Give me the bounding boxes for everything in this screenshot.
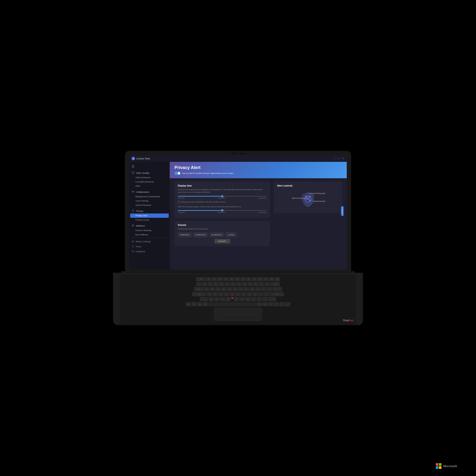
slider2-thumb[interactable] [221,209,223,212]
sidebar-item-lowlight-enhancer[interactable]: Low-light Enhancer [129,180,170,184]
key-f1[interactable]: F1 [206,277,211,281]
key-6[interactable]: 6 [230,282,236,286]
key-arrow-down[interactable]: ↓ [279,302,285,306]
key-alt-l[interactable]: Alt [203,302,208,306]
key-semicolon[interactable]: ; [258,292,263,296]
display-checkbox[interactable] [178,201,180,203]
snooze-5min[interactable]: 5 MINUTES [178,233,192,237]
key-t[interactable]: T [227,287,232,291]
minimize-button[interactable]: — [333,157,336,160]
key-f6[interactable]: F6 [235,277,240,281]
snooze-30min[interactable]: 30 MINUTES [209,233,224,237]
sidebar-item-auto-framing[interactable]: Auto Framing [129,199,170,203]
key-s[interactable]: S [213,292,218,296]
key-f12[interactable]: F12 [269,277,274,281]
key-f9[interactable]: F9 [252,277,257,281]
key-alt-r[interactable]: Alt [256,302,262,306]
key-fn[interactable]: Fn [191,302,197,306]
key-f8[interactable]: F8 [246,277,251,281]
key-lbracket[interactable]: [ [261,287,266,291]
key-backspace[interactable]: ⌫ [270,282,280,286]
key-4[interactable]: 4 [219,282,224,286]
key-8[interactable]: 8 [242,282,247,286]
snooze-action-button[interactable]: SNOOZE [214,239,230,243]
key-space[interactable] [208,302,256,306]
key-f[interactable]: F [224,292,229,296]
key-j[interactable]: J [241,292,246,296]
key-minus[interactable]: - [259,282,264,286]
key-a[interactable]: A [207,292,212,296]
key-arrow-right[interactable]: → [285,302,290,306]
key-v[interactable]: V [226,297,231,301]
key-caps[interactable]: Caps [192,292,206,296]
page-toggle[interactable] [174,171,181,175]
key-f3[interactable]: F3 [218,277,223,281]
touchpad[interactable] [214,308,262,321]
key-ctrl-l[interactable]: Ctrl [186,302,191,306]
key-o[interactable]: O [250,287,255,291]
key-shift-r[interactable]: ⇧ [268,297,276,301]
key-rbracket[interactable]: ] [267,287,272,291]
key-m[interactable]: M [245,297,250,301]
key-1[interactable]: 1 [202,282,207,286]
key-d[interactable]: D [218,292,223,296]
slider1-thumb[interactable] [221,195,223,198]
snooze-15min[interactable]: 15 MINUTES [193,233,208,237]
hamburger-icon[interactable]: ☰ [129,164,170,170]
trackpoint[interactable] [231,297,233,299]
sidebar-section-header-collaboration[interactable]: Collaboration [129,189,170,194]
key-k[interactable]: K [247,292,252,296]
key-f2[interactable]: F2 [212,277,217,281]
sidebar-item-battery[interactable]: Battery Settings [129,239,170,244]
key-r[interactable]: R [221,287,226,291]
key-b[interactable]: B [234,297,239,301]
key-tab[interactable]: Tab [194,287,204,291]
sidebar-section-header-wellness[interactable]: Wellness [129,223,170,228]
key-7[interactable]: 7 [236,282,241,286]
key-backslash[interactable]: \ [272,287,282,291]
sidebar-item-privacy-guard[interactable]: Privacy Guard [129,218,170,222]
maximize-button[interactable]: □ [338,157,340,160]
sidebar-section-header-privacy[interactable]: Privacy [129,208,170,214]
key-x[interactable]: X [214,297,220,301]
sidebar-item-about[interactable]: About [129,244,170,249]
key-f5[interactable]: F5 [229,277,234,281]
key-w[interactable]: W [210,287,215,291]
key-comma[interactable]: , [251,297,256,301]
key-i[interactable]: I [244,287,249,291]
key-f10[interactable]: F10 [257,277,263,281]
key-period[interactable]: . [256,297,262,301]
sidebar-item-video-enhancer[interactable]: Video Enhancer [129,175,170,180]
sidebar-item-bg-concealment[interactable]: Background Concealment [129,194,170,199]
key-arrow-left[interactable]: ← [268,302,273,306]
key-3[interactable]: 3 [213,282,219,286]
sidebar-item-eye-wellness[interactable]: Eye Wellness [129,233,170,237]
key-f11[interactable]: F11 [263,277,269,281]
key-p[interactable]: P [255,287,261,291]
key-esc[interactable]: Esc [196,277,206,281]
key-backtick[interactable]: ` [196,282,201,286]
key-2[interactable]: 2 [207,282,213,286]
key-f7[interactable]: F7 [240,277,246,281]
key-super[interactable]: ⊞ [197,302,202,306]
key-n[interactable]: N [239,297,245,301]
key-del[interactable]: Del [275,277,280,281]
key-enter[interactable]: Enter [270,292,284,296]
key-u[interactable]: U [238,287,243,291]
key-e[interactable]: E [215,287,221,291]
key-5[interactable]: 5 [225,282,230,286]
key-l[interactable]: L [253,292,258,296]
key-h[interactable]: H [235,292,241,296]
key-ctrl-r[interactable]: Ctrl [262,302,268,306]
sidebar-section-header-video[interactable]: Video Quality [129,170,170,175]
key-equals[interactable]: = [265,282,270,286]
key-quote[interactable]: ' [264,292,269,296]
key-arrow-up[interactable]: ↑ [274,302,279,306]
sidebar-item-virtual-presenter[interactable]: Virtual Presenter [129,203,170,207]
key-g[interactable]: G [230,292,235,296]
key-z[interactable]: Z [208,297,214,301]
key-y[interactable]: Y [233,287,238,291]
sidebar-item-posture-warning[interactable]: Posture Warning [129,228,170,233]
key-q[interactable]: Q [204,287,209,291]
snooze-1hour[interactable]: 1 HOUR [225,233,236,237]
